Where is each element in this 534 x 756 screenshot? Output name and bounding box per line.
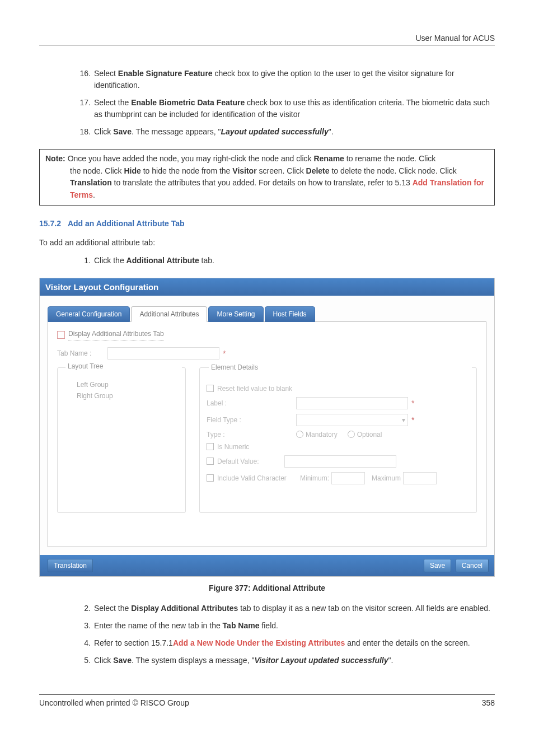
required-marker: * <box>411 399 414 408</box>
section-title-text: Add an Additional Attribute Tab <box>68 219 185 228</box>
list-item: 4. Refer to section 15.7.1Add a New Node… <box>74 637 495 649</box>
item-number: 17. <box>74 97 91 120</box>
isnumeric-label: Is Numeric <box>217 443 249 451</box>
includevalid-checkbox[interactable] <box>207 474 214 482</box>
tab-name-label: Tab Name : <box>57 349 107 357</box>
type-label: Type : <box>207 431 296 438</box>
mandatory-label: Mandatory <box>306 431 338 438</box>
section-heading: 15.7.2Add an Additional Attribute Tab <box>39 219 495 228</box>
list-item: 17. Select the Enable Biometric Data Fea… <box>74 97 495 120</box>
isnumeric-checkbox[interactable] <box>207 443 214 450</box>
item-number: 16. <box>74 68 91 91</box>
note-label: Note: <box>45 154 65 163</box>
display-attributes-checkbox-row: Display Additional Attributes Tab <box>57 330 477 340</box>
figure-screenshot: Visitor Layout Configuration General Con… <box>39 278 495 577</box>
item-number: 5. <box>74 655 91 666</box>
item-number: 18. <box>74 126 91 138</box>
tab-name-input[interactable] <box>107 347 219 360</box>
display-attributes-label: Display Additional Attributes Tab <box>68 330 164 340</box>
note-box: Note: Once you have added the node, you … <box>39 149 495 206</box>
list-item: 5. Click Save. The system displays a mes… <box>74 655 495 666</box>
fieldtype-select[interactable]: ▾ <box>296 414 408 426</box>
figure-bottom-bar: Translation Save Cancel <box>40 555 494 576</box>
tab-more-setting[interactable]: More Setting <box>208 306 263 322</box>
minimum-label: Minimum: <box>300 474 329 482</box>
minimum-input[interactable] <box>331 472 365 484</box>
item-number: 2. <box>74 603 91 614</box>
ordered-list-1: 16. Select Enable Signature Feature chec… <box>74 68 495 138</box>
item-number: 3. <box>74 620 91 632</box>
page-header: User Manual for ACUS <box>39 34 495 45</box>
list-item: 18. Click Save. The message appears, "La… <box>74 126 495 138</box>
tabs-row: General Configuration Additional Attribu… <box>48 306 486 321</box>
layout-tree-panel: Layout Tree Left Group Right Group <box>57 367 186 513</box>
figure-caption: Figure 377: Additional Attribute <box>39 584 495 592</box>
step-list: 1. Click the Additional Attribute tab. <box>74 255 495 267</box>
ordered-list-2: 2. Select the Display Additional Attribu… <box>74 603 495 666</box>
item-number: 4. <box>74 637 91 649</box>
defaultvalue-label: Default Value: <box>217 458 284 465</box>
element-details-legend: Element Details <box>209 363 472 371</box>
tab-additional-attributes[interactable]: Additional Attributes <box>131 306 207 322</box>
footer-left: Uncontrolled when printed © RISCO Group <box>39 698 189 707</box>
includevalid-label: Include Valid Character <box>217 474 296 482</box>
page-footer: Uncontrolled when printed © RISCO Group … <box>39 694 495 707</box>
mandatory-radio[interactable] <box>296 431 303 438</box>
section-number: 15.7.2 <box>39 219 61 228</box>
list-item: 3. Enter the name of the new tab in the … <box>74 620 495 632</box>
link-add-new-node[interactable]: Add a New Node Under the Existing Attrib… <box>173 638 345 647</box>
label-label: Label : <box>207 399 296 407</box>
fieldtype-label: Field Type : <box>207 416 296 424</box>
element-details-panel: Element Details Reset field value to bla… <box>199 367 477 513</box>
layout-tree-legend: Layout Tree <box>65 362 182 370</box>
tab-name-row: Tab Name : * <box>57 347 477 360</box>
item-number: 1. <box>74 255 91 267</box>
list-item: 1. Click the Additional Attribute tab. <box>74 255 495 267</box>
list-item: 2. Select the Display Additional Attribu… <box>74 603 495 614</box>
optional-label: Optional <box>357 431 382 438</box>
chevron-down-icon: ▾ <box>402 416 405 424</box>
display-attributes-checkbox[interactable] <box>57 331 65 339</box>
intro-text: To add an additional attribute tab: <box>39 238 495 247</box>
tab-general-configuration[interactable]: General Configuration <box>48 306 130 322</box>
figure-title-bar: Visitor Layout Configuration <box>40 278 494 296</box>
reset-checkbox[interactable] <box>207 385 214 392</box>
tab-host-fields[interactable]: Host Fields <box>265 306 315 322</box>
translation-button[interactable]: Translation <box>48 559 93 572</box>
list-item: 16. Select Enable Signature Feature chec… <box>74 68 495 91</box>
save-button[interactable]: Save <box>424 559 451 572</box>
cancel-button[interactable]: Cancel <box>456 559 489 572</box>
required-marker: * <box>223 349 226 358</box>
tree-item-right-group[interactable]: Right Group <box>77 390 180 402</box>
footer-page-number: 358 <box>482 698 495 707</box>
maximum-label: Maximum <box>372 474 401 482</box>
tree-item-left-group[interactable]: Left Group <box>77 379 180 390</box>
label-input[interactable] <box>296 397 408 409</box>
tab-panel: Display Additional Attributes Tab Tab Na… <box>48 321 486 547</box>
defaultvalue-input[interactable] <box>284 455 396 468</box>
reset-label: Reset field value to blank <box>217 385 292 393</box>
maximum-input[interactable] <box>403 472 437 484</box>
defaultvalue-checkbox[interactable] <box>207 458 214 465</box>
optional-radio[interactable] <box>348 431 355 438</box>
required-marker: * <box>411 416 414 424</box>
header-title: User Manual for ACUS <box>39 34 495 43</box>
